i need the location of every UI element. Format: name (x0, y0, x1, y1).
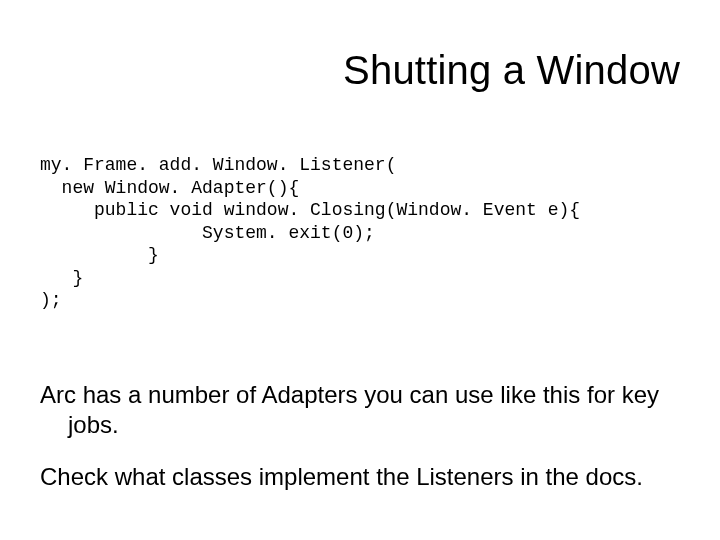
body-paragraph-2: Check what classes implement the Listene… (40, 462, 680, 492)
slide: Shutting a Window my. Frame. add. Window… (0, 0, 720, 540)
slide-title: Shutting a Window (0, 48, 680, 93)
code-snippet: my. Frame. add. Window. Listener( new Wi… (40, 154, 680, 312)
body-paragraph-1: Arc has a number of Adapters you can use… (40, 380, 680, 440)
